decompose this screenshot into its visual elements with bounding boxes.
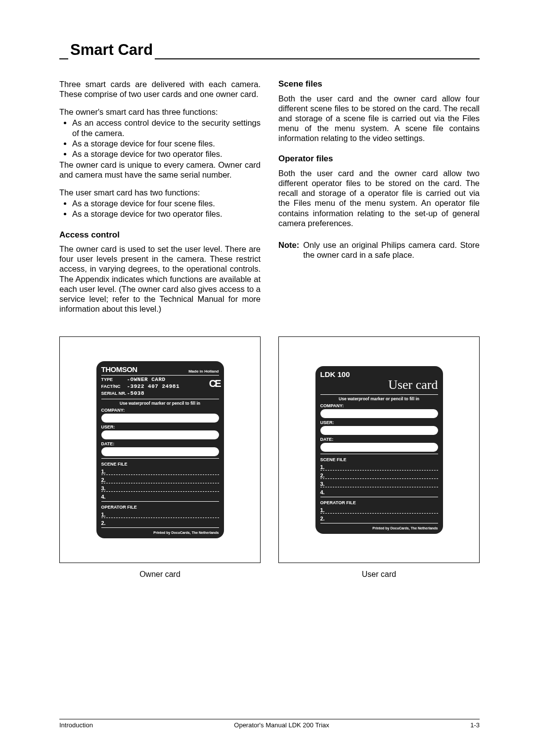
- note-body: Only use an original Philips camera card…: [303, 240, 480, 260]
- list-item: As a storage device for four scene files…: [72, 198, 261, 208]
- user-functions-list: As a storage device for four scene files…: [59, 198, 261, 219]
- scene-line: 1.: [320, 463, 438, 471]
- page-footer: Introduction Operator's Manual LDK 200 T…: [59, 719, 480, 729]
- printed-by: Printed by DocuCards, The Netherlands: [101, 531, 219, 534]
- user-label: USER:: [101, 425, 115, 429]
- user-smartcard: LDK 100 User card Use waterproof marker …: [315, 366, 443, 534]
- scene-line: 4.: [101, 493, 219, 500]
- user-card-frame: LDK 100 User card Use waterproof marker …: [278, 336, 480, 563]
- list-item: As a storage device for four scene files…: [72, 139, 261, 148]
- list-item: As a storage device for two operator fil…: [72, 209, 261, 219]
- footer-right: 1-3: [470, 721, 480, 729]
- left-column: Three smart cards are delivered with eac…: [59, 79, 261, 322]
- company-field: [320, 409, 438, 418]
- op-line: 1.: [101, 511, 219, 518]
- ce-mark-icon: CE: [209, 378, 220, 390]
- user-functions-lead: The user smart card has two functions:: [59, 188, 261, 197]
- access-control-body: The owner card is used to set the user l…: [59, 244, 261, 314]
- operator-files-heading: Operator files: [278, 154, 480, 164]
- scene-line: 3.: [320, 480, 438, 487]
- fill-instruction: Use waterproof marker or pencil to fill …: [101, 401, 219, 406]
- scene-file-label: SCENE FILE: [101, 462, 219, 467]
- scene-line: 2.: [101, 476, 219, 483]
- operator-files-body: Both the user card and the owner card al…: [278, 168, 480, 228]
- user-card-caption: User card: [278, 570, 480, 579]
- owner-tail: The owner card is unique to every camera…: [59, 160, 261, 180]
- owner-card-caption: Owner card: [59, 570, 261, 579]
- company-label: COMPANY:: [101, 408, 125, 413]
- owner-card-info: CE TYPE-OWNER CARD FACT/NC-3922 407 2498…: [101, 377, 219, 397]
- user-card-big-title: User card: [388, 378, 438, 392]
- intro-paragraph: Three smart cards are delivered with eac…: [59, 79, 261, 99]
- list-item: As an access control device to the secur…: [72, 118, 261, 138]
- user-field: [320, 426, 438, 435]
- company-field: [101, 414, 219, 423]
- printed-by: Printed by DocuCards, The Netherlands: [320, 526, 438, 530]
- list-item: As a storage device for two operator fil…: [72, 149, 261, 159]
- user-field: [101, 430, 219, 439]
- date-field: [320, 443, 438, 452]
- scene-files-heading: Scene files: [278, 79, 480, 90]
- owner-smartcard: THOMSON Made in Holland CE TYPE-OWNER CA…: [96, 361, 224, 538]
- footer-left: Introduction: [59, 721, 93, 729]
- scene-line: 1.: [101, 468, 219, 475]
- scene-files-body: Both the user card and the owner card al…: [278, 94, 480, 143]
- model-label: LDK 100: [320, 370, 350, 378]
- op-line: 1.: [320, 506, 438, 514]
- scene-line: 4.: [320, 488, 438, 495]
- date-label: DATE:: [101, 441, 115, 446]
- company-label: COMPANY:: [320, 403, 344, 408]
- owner-functions-list: As an access control device to the secur…: [59, 118, 261, 159]
- section-heading-row: Smart Card: [59, 40, 480, 59]
- op-line: 2.: [320, 515, 438, 521]
- scene-line: 2.: [320, 472, 438, 479]
- access-control-heading: Access control: [59, 230, 261, 240]
- operator-file-label: OPERATOR FILE: [320, 500, 438, 505]
- made-in-label: Made in Holland: [188, 369, 219, 374]
- operator-file-label: OPERATOR FILE: [101, 505, 219, 510]
- owner-functions-lead: The owner's smart card has three functio…: [59, 107, 261, 117]
- date-field: [101, 447, 219, 456]
- section-title: Smart Card: [68, 41, 155, 60]
- owner-card-frame: THOMSON Made in Holland CE TYPE-OWNER CA…: [59, 336, 261, 563]
- scene-file-label: SCENE FILE: [320, 457, 438, 462]
- note-block: Note: Only use an original Philips camer…: [278, 240, 480, 260]
- date-label: DATE:: [320, 437, 334, 442]
- user-label: USER:: [320, 420, 334, 425]
- scene-line: 3.: [101, 484, 219, 492]
- footer-center: Operator's Manual LDK 200 Triax: [234, 721, 329, 729]
- brand-label: THOMSON: [101, 365, 137, 374]
- fill-instruction: Use waterproof marker or pencil to fill …: [320, 396, 438, 401]
- note-label: Note:: [278, 240, 299, 260]
- op-line: 2.: [101, 519, 219, 526]
- right-column: Scene files Both the user card and the o…: [278, 79, 480, 322]
